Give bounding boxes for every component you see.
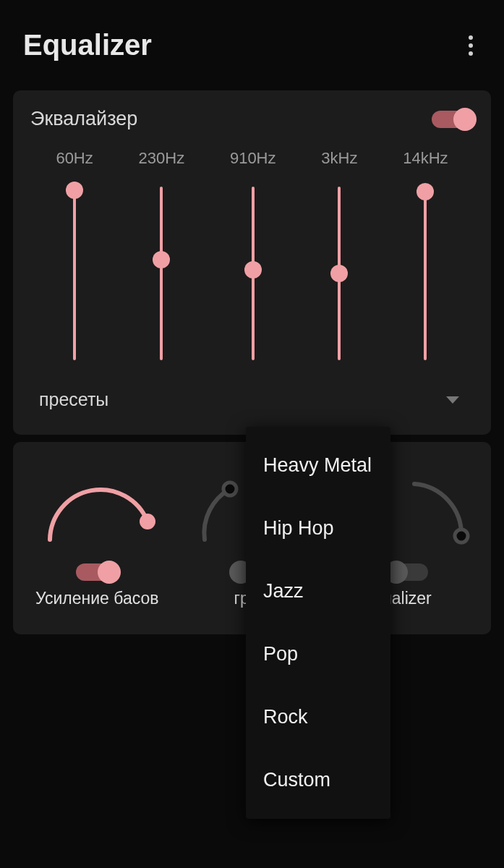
eq-band-2: 910Hz bbox=[230, 149, 276, 360]
preset-menu-item[interactable]: Custom bbox=[246, 749, 390, 812]
eq-band-0: 60Hz bbox=[56, 149, 93, 360]
svg-point-2 bbox=[455, 529, 468, 542]
eq-slider[interactable] bbox=[160, 187, 163, 360]
eq-slider-thumb[interactable] bbox=[417, 183, 434, 200]
eq-slider-thumb[interactable] bbox=[244, 261, 262, 278]
bass-boost-knob[interactable]: Усиление басов bbox=[26, 464, 168, 610]
preset-label: пресеты bbox=[39, 389, 108, 410]
virtualizer-toggle[interactable] bbox=[386, 563, 428, 581]
bass-boost-toggle[interactable] bbox=[76, 563, 118, 581]
eq-band-label: 230Hz bbox=[139, 149, 185, 168]
eq-band-label: 910Hz bbox=[230, 149, 276, 168]
eq-slider[interactable] bbox=[338, 187, 341, 360]
equalizer-card: Эквалайзер 60Hz230Hz910Hz3kHz14kHz пресе… bbox=[13, 90, 491, 435]
preset-row: пресеты bbox=[30, 389, 474, 410]
preset-dropdown-menu: Heavy MetalHip HopJazzPopRockCustom bbox=[246, 427, 390, 819]
app-header: Equalizer bbox=[0, 0, 504, 83]
preset-menu-item[interactable]: Hip Hop bbox=[246, 497, 390, 560]
eq-band-1: 230Hz bbox=[139, 149, 185, 360]
eq-slider[interactable] bbox=[252, 187, 255, 360]
eq-band-label: 14kHz bbox=[403, 149, 448, 168]
page-title: Equalizer bbox=[23, 29, 152, 61]
preset-menu-item[interactable]: Pop bbox=[246, 623, 390, 686]
eq-slider[interactable] bbox=[73, 187, 76, 360]
preset-menu-item[interactable]: Rock bbox=[246, 686, 390, 749]
eq-slider-thumb[interactable] bbox=[330, 265, 348, 282]
eq-band-label: 60Hz bbox=[56, 149, 93, 168]
chevron-down-icon[interactable] bbox=[446, 396, 459, 404]
eq-slider[interactable] bbox=[424, 187, 427, 360]
equalizer-toggle[interactable] bbox=[432, 111, 474, 128]
more-vertical-icon[interactable] bbox=[461, 35, 481, 56]
equalizer-card-title: Эквалайзер bbox=[30, 108, 137, 130]
eq-band-3: 3kHz bbox=[321, 149, 357, 360]
preset-menu-item[interactable]: Heavy Metal bbox=[246, 434, 390, 497]
eq-bands: 60Hz230Hz910Hz3kHz14kHz bbox=[30, 149, 474, 360]
eq-band-4: 14kHz bbox=[403, 149, 448, 360]
svg-point-0 bbox=[140, 514, 155, 529]
bass-boost-label: Усиление басов bbox=[35, 588, 159, 610]
preset-menu-item[interactable]: Jazz bbox=[246, 560, 390, 623]
eq-slider-thumb[interactable] bbox=[66, 182, 83, 199]
eq-slider-thumb[interactable] bbox=[153, 251, 170, 268]
svg-point-1 bbox=[223, 482, 236, 495]
eq-band-label: 3kHz bbox=[321, 149, 357, 168]
